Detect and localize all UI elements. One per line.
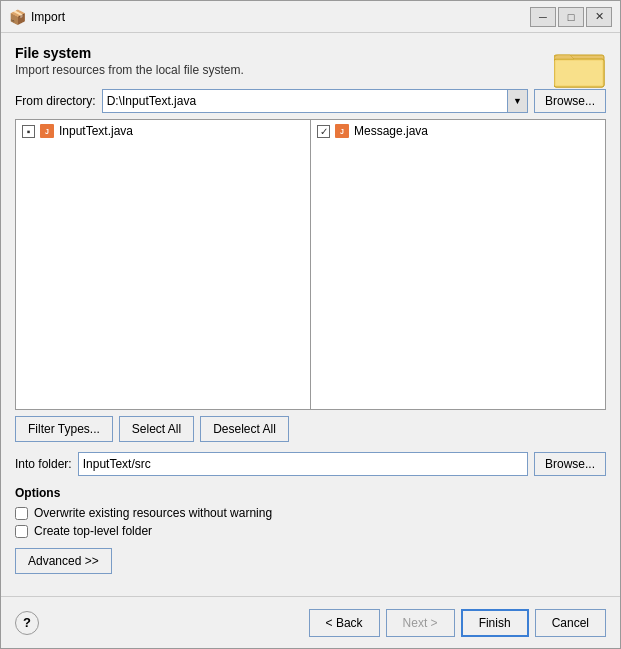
help-button[interactable]: ? <box>15 611 39 635</box>
into-folder-row: Into folder: Browse... <box>15 452 606 476</box>
into-folder-browse-button[interactable]: Browse... <box>534 452 606 476</box>
filter-types-button[interactable]: Filter Types... <box>15 416 113 442</box>
minimize-button[interactable]: ─ <box>530 7 556 27</box>
folder-icon-large <box>554 45 606 89</box>
java-file-icon: J <box>334 123 350 139</box>
header-area: File system Import resources from the lo… <box>15 45 606 89</box>
top-level-checkbox[interactable] <box>15 525 28 538</box>
into-folder-input[interactable] <box>78 452 528 476</box>
back-button[interactable]: < Back <box>309 609 380 637</box>
partial-checkbox[interactable] <box>22 125 35 138</box>
maximize-button[interactable]: □ <box>558 7 584 27</box>
from-directory-input[interactable] <box>102 89 508 113</box>
from-directory-browse-button[interactable]: Browse... <box>534 89 606 113</box>
action-buttons: Filter Types... Select All Deselect All <box>15 416 606 442</box>
import-dialog: 📦 Import ─ □ ✕ File system Import resour… <box>0 0 621 649</box>
title-bar-controls: ─ □ ✕ <box>530 7 612 27</box>
overwrite-checkbox-row: Overwrite existing resources without war… <box>15 506 606 520</box>
bottom-buttons: < Back Next > Finish Cancel <box>39 609 606 637</box>
top-level-checkbox-row: Create top-level folder <box>15 524 606 538</box>
deselect-all-button[interactable]: Deselect All <box>200 416 289 442</box>
file-checkbox[interactable] <box>317 125 330 138</box>
overwrite-label[interactable]: Overwrite existing resources without war… <box>34 506 272 520</box>
into-folder-label: Into folder: <box>15 457 72 471</box>
right-file-panel[interactable]: J Message.java <box>310 119 606 410</box>
section-description: Import resources from the local file sys… <box>15 63 244 77</box>
top-level-label[interactable]: Create top-level folder <box>34 524 152 538</box>
list-item[interactable]: J InputText.java <box>16 120 310 142</box>
file-panels: J InputText.java J Message.java <box>15 119 606 410</box>
directory-dropdown-arrow[interactable]: ▼ <box>508 89 528 113</box>
left-file-panel[interactable]: J InputText.java <box>15 119 310 410</box>
options-section: Options Overwrite existing resources wit… <box>15 486 606 574</box>
dialog-content: File system Import resources from the lo… <box>1 33 620 596</box>
file-name: InputText.java <box>59 124 133 138</box>
close-button[interactable]: ✕ <box>586 7 612 27</box>
window-title: Import <box>31 10 530 24</box>
overwrite-checkbox[interactable] <box>15 507 28 520</box>
bottom-bar: ? < Back Next > Finish Cancel <box>1 596 620 648</box>
svg-rect-2 <box>556 61 602 85</box>
next-button[interactable]: Next > <box>386 609 455 637</box>
list-item[interactable]: J Message.java <box>311 120 605 142</box>
java-file-icon: J <box>39 123 55 139</box>
finish-button[interactable]: Finish <box>461 609 529 637</box>
title-bar: 📦 Import ─ □ ✕ <box>1 1 620 33</box>
cancel-button[interactable]: Cancel <box>535 609 606 637</box>
section-title: File system <box>15 45 244 61</box>
file-name: Message.java <box>354 124 428 138</box>
select-all-button[interactable]: Select All <box>119 416 194 442</box>
window-icon: 📦 <box>9 9 25 25</box>
from-directory-row: From directory: ▼ Browse... <box>15 89 606 113</box>
advanced-button[interactable]: Advanced >> <box>15 548 112 574</box>
options-label: Options <box>15 486 606 500</box>
from-directory-label: From directory: <box>15 94 96 108</box>
